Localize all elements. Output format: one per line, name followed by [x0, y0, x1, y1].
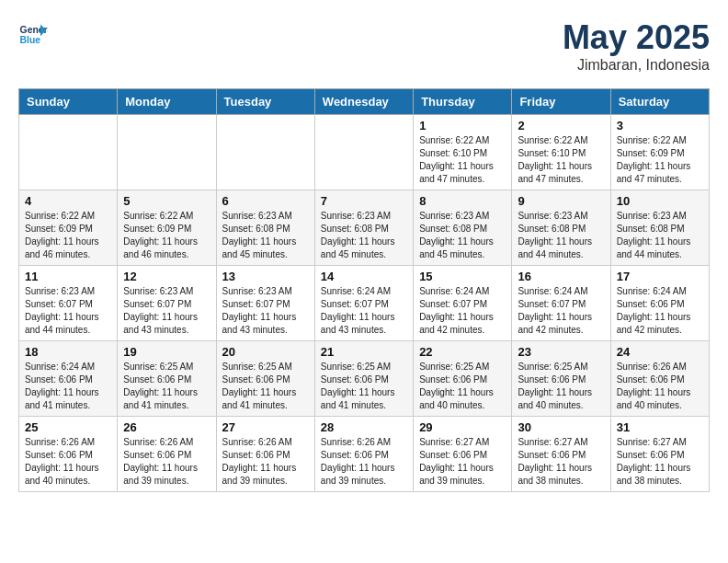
calendar-week-row: 4Sunrise: 6:22 AM Sunset: 6:09 PM Daylig…: [19, 190, 710, 266]
calendar-cell: [118, 115, 216, 190]
day-info: Sunrise: 6:26 AM Sunset: 6:06 PM Dayligh…: [123, 436, 210, 488]
day-info: Sunrise: 6:26 AM Sunset: 6:06 PM Dayligh…: [222, 436, 309, 488]
location: Jimbaran, Indonesia: [563, 57, 710, 74]
weekday-header: Tuesday: [216, 89, 314, 115]
day-info: Sunrise: 6:24 AM Sunset: 6:06 PM Dayligh…: [617, 285, 703, 337]
calendar-cell: 2Sunrise: 6:22 AM Sunset: 6:10 PM Daylig…: [512, 115, 610, 190]
calendar-week-row: 11Sunrise: 6:23 AM Sunset: 6:07 PM Dayli…: [19, 266, 710, 341]
calendar-cell: 16Sunrise: 6:24 AM Sunset: 6:07 PM Dayli…: [512, 266, 610, 341]
calendar-cell: 13Sunrise: 6:23 AM Sunset: 6:07 PM Dayli…: [216, 266, 314, 341]
day-info: Sunrise: 6:23 AM Sunset: 6:08 PM Dayligh…: [419, 210, 506, 261]
day-info: Sunrise: 6:25 AM Sunset: 6:06 PM Dayligh…: [123, 361, 210, 412]
calendar-cell: [216, 115, 314, 190]
day-info: Sunrise: 6:22 AM Sunset: 6:10 PM Dayligh…: [419, 134, 506, 186]
day-info: Sunrise: 6:25 AM Sunset: 6:06 PM Dayligh…: [222, 361, 309, 412]
day-number: 27: [222, 420, 309, 434]
calendar-cell: 9Sunrise: 6:23 AM Sunset: 6:08 PM Daylig…: [512, 190, 610, 266]
month-title: May 2025: [563, 18, 710, 57]
calendar-week-row: 1Sunrise: 6:22 AM Sunset: 6:10 PM Daylig…: [19, 115, 710, 190]
weekday-header: Monday: [118, 89, 216, 115]
day-number: 22: [419, 345, 506, 359]
calendar-cell: 22Sunrise: 6:25 AM Sunset: 6:06 PM Dayli…: [414, 341, 512, 417]
calendar-cell: 28Sunrise: 6:26 AM Sunset: 6:06 PM Dayli…: [314, 417, 413, 492]
day-number: 31: [617, 420, 703, 434]
calendar-cell: 4Sunrise: 6:22 AM Sunset: 6:09 PM Daylig…: [19, 190, 118, 266]
day-info: Sunrise: 6:27 AM Sunset: 6:06 PM Dayligh…: [419, 436, 506, 488]
day-number: 10: [617, 194, 703, 208]
weekday-header: Saturday: [610, 89, 709, 115]
day-number: 19: [123, 345, 210, 359]
day-number: 5: [123, 194, 210, 208]
day-number: 24: [617, 345, 703, 359]
day-info: Sunrise: 6:23 AM Sunset: 6:08 PM Dayligh…: [321, 210, 407, 261]
day-info: Sunrise: 6:23 AM Sunset: 6:07 PM Dayligh…: [25, 285, 111, 337]
calendar-cell: 15Sunrise: 6:24 AM Sunset: 6:07 PM Dayli…: [414, 266, 512, 341]
calendar-cell: 26Sunrise: 6:26 AM Sunset: 6:06 PM Dayli…: [118, 417, 216, 492]
logo: General Blue: [18, 18, 48, 48]
day-info: Sunrise: 6:24 AM Sunset: 6:07 PM Dayligh…: [419, 285, 506, 337]
day-number: 23: [518, 345, 604, 359]
title-block: May 2025 Jimbaran, Indonesia: [563, 18, 710, 74]
day-info: Sunrise: 6:23 AM Sunset: 6:08 PM Dayligh…: [222, 210, 309, 261]
day-info: Sunrise: 6:24 AM Sunset: 6:07 PM Dayligh…: [321, 285, 407, 337]
day-number: 12: [123, 270, 210, 283]
calendar-cell: 17Sunrise: 6:24 AM Sunset: 6:06 PM Dayli…: [610, 266, 709, 341]
day-info: Sunrise: 6:27 AM Sunset: 6:06 PM Dayligh…: [518, 436, 604, 488]
day-info: Sunrise: 6:25 AM Sunset: 6:06 PM Dayligh…: [321, 361, 407, 412]
day-number: 8: [419, 194, 506, 208]
day-number: 7: [321, 194, 407, 208]
calendar-cell: 24Sunrise: 6:26 AM Sunset: 6:06 PM Dayli…: [610, 341, 709, 417]
weekday-header: Sunday: [19, 89, 118, 115]
day-info: Sunrise: 6:26 AM Sunset: 6:06 PM Dayligh…: [321, 436, 407, 488]
day-info: Sunrise: 6:22 AM Sunset: 6:09 PM Dayligh…: [617, 134, 703, 186]
calendar-cell: 23Sunrise: 6:25 AM Sunset: 6:06 PM Dayli…: [512, 341, 610, 417]
day-info: Sunrise: 6:24 AM Sunset: 6:07 PM Dayligh…: [518, 285, 604, 337]
day-info: Sunrise: 6:24 AM Sunset: 6:06 PM Dayligh…: [25, 361, 111, 412]
calendar-cell: 27Sunrise: 6:26 AM Sunset: 6:06 PM Dayli…: [216, 417, 314, 492]
day-number: 20: [222, 345, 309, 359]
day-number: 29: [419, 420, 506, 434]
day-number: 1: [419, 119, 506, 132]
day-number: 30: [518, 420, 604, 434]
day-info: Sunrise: 6:26 AM Sunset: 6:06 PM Dayligh…: [617, 361, 703, 412]
weekday-header: Thursday: [414, 89, 512, 115]
page-header: General Blue May 2025 Jimbaran, Indonesi…: [18, 18, 710, 74]
day-number: 21: [321, 345, 407, 359]
day-info: Sunrise: 6:25 AM Sunset: 6:06 PM Dayligh…: [518, 361, 604, 412]
day-number: 17: [617, 270, 703, 283]
day-number: 9: [518, 194, 604, 208]
day-info: Sunrise: 6:23 AM Sunset: 6:08 PM Dayligh…: [518, 210, 604, 261]
day-info: Sunrise: 6:23 AM Sunset: 6:08 PM Dayligh…: [617, 210, 703, 261]
calendar-cell: 18Sunrise: 6:24 AM Sunset: 6:06 PM Dayli…: [19, 341, 118, 417]
day-number: 11: [25, 270, 111, 283]
day-number: 6: [222, 194, 309, 208]
day-number: 2: [518, 119, 604, 132]
calendar-cell: 1Sunrise: 6:22 AM Sunset: 6:10 PM Daylig…: [414, 115, 512, 190]
calendar-cell: 8Sunrise: 6:23 AM Sunset: 6:08 PM Daylig…: [414, 190, 512, 266]
day-number: 28: [321, 420, 407, 434]
day-number: 15: [419, 270, 506, 283]
calendar-week-row: 18Sunrise: 6:24 AM Sunset: 6:06 PM Dayli…: [19, 341, 710, 417]
day-number: 16: [518, 270, 604, 283]
calendar-cell: 10Sunrise: 6:23 AM Sunset: 6:08 PM Dayli…: [610, 190, 709, 266]
calendar-cell: 31Sunrise: 6:27 AM Sunset: 6:06 PM Dayli…: [610, 417, 709, 492]
day-number: 18: [25, 345, 111, 359]
calendar-cell: 19Sunrise: 6:25 AM Sunset: 6:06 PM Dayli…: [118, 341, 216, 417]
calendar-cell: 30Sunrise: 6:27 AM Sunset: 6:06 PM Dayli…: [512, 417, 610, 492]
weekday-header: Wednesday: [314, 89, 413, 115]
day-info: Sunrise: 6:22 AM Sunset: 6:10 PM Dayligh…: [518, 134, 604, 186]
calendar-week-row: 25Sunrise: 6:26 AM Sunset: 6:06 PM Dayli…: [19, 417, 710, 492]
day-number: 4: [25, 194, 111, 208]
calendar-cell: 6Sunrise: 6:23 AM Sunset: 6:08 PM Daylig…: [216, 190, 314, 266]
day-info: Sunrise: 6:27 AM Sunset: 6:06 PM Dayligh…: [617, 436, 703, 488]
calendar-cell: 11Sunrise: 6:23 AM Sunset: 6:07 PM Dayli…: [19, 266, 118, 341]
weekday-header-row: SundayMondayTuesdayWednesdayThursdayFrid…: [19, 89, 710, 115]
calendar-cell: 12Sunrise: 6:23 AM Sunset: 6:07 PM Dayli…: [118, 266, 216, 341]
calendar-cell: 20Sunrise: 6:25 AM Sunset: 6:06 PM Dayli…: [216, 341, 314, 417]
calendar-cell: 3Sunrise: 6:22 AM Sunset: 6:09 PM Daylig…: [610, 115, 709, 190]
logo-icon: General Blue: [18, 18, 48, 48]
day-info: Sunrise: 6:23 AM Sunset: 6:07 PM Dayligh…: [123, 285, 210, 337]
day-number: 26: [123, 420, 210, 434]
calendar-cell: [314, 115, 413, 190]
day-number: 14: [321, 270, 407, 283]
